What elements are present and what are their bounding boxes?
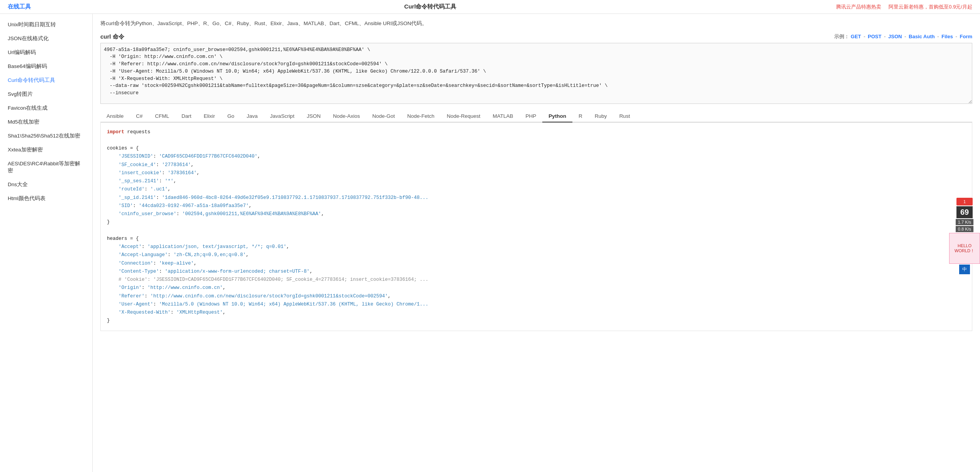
ad1[interactable]: 腾讯云产品特惠热卖 [836,4,881,10]
content-area: 将curl命令转为Python、JavaScript、PHP、R、Go、C#、R… [93,14,980,472]
widget-count: 69 [956,206,973,218]
page-title-topbar: Curl命令转代码工具 [404,3,456,10]
tab-cfml[interactable]: CFML [149,110,176,122]
example-basic-auth[interactable]: Basic Auth [909,34,934,39]
main-layout: Unix时间戳日期互转 JSON在线格式化 Url编码解码 Base64编码解码… [0,14,980,472]
tab-matlab[interactable]: MATLAB [487,110,520,122]
sidebar-item-base64[interactable]: Base64编码解码 [0,59,92,73]
widget-speed1-val: 1.7 [958,220,964,224]
sidebar-item-unix[interactable]: Unix时间戳日期互转 [0,18,92,32]
tab-csharp[interactable]: C# [130,110,149,122]
tab-go[interactable]: Go [221,110,240,122]
example-json[interactable]: JSON [888,34,902,39]
tab-java[interactable]: Java [240,110,264,122]
widget-ime-label: 中 [962,267,967,272]
widget-image: HELLO WORLD！ [949,233,980,264]
widget-speed1: 1.7 K/s [956,219,973,225]
tab-python[interactable]: Python [542,110,572,122]
curl-label: curl 命令 [100,33,124,41]
example-post[interactable]: POST [868,34,881,39]
ads: 腾讯云产品特惠热卖 阿里云新老特惠，首购低至0.9元/月起 [830,3,972,10]
tab-ansible[interactable]: Ansible [100,110,130,122]
widget-speed2-unit: K/s [965,227,971,231]
example-label: 示例： [834,34,849,39]
tab-elixir[interactable]: Elixir [198,110,221,122]
sidebar-item-md5[interactable]: Md5在线加密 [0,115,92,129]
top-bar: 在线工具 Curl命令转代码工具 腾讯云产品特惠热卖 阿里云新老特惠，首购低至0… [0,0,980,14]
sidebar-item-dns[interactable]: Dns大全 [0,178,92,192]
widget-speed2: 0.8 K/s [956,226,973,232]
tab-r[interactable]: R [572,110,589,122]
sidebar-item-curl[interactable]: Curl命令转代码工具 [0,73,92,87]
sidebar-item-aes[interactable]: AES\DES\RC4\Rabbit等加密解密 [0,157,92,178]
widget-badge-num: 1 [963,199,966,204]
language-tabs: Ansible C# CFML Dart Elixir Go Java Java… [100,110,972,122]
tab-php[interactable]: PHP [520,110,543,122]
widget-badge: 1 [956,198,973,205]
tab-javascript[interactable]: JavaScript [264,110,301,122]
widget-speed1-unit: K/s [965,220,971,224]
ad2[interactable]: 阿里云新老特惠，首购低至0.9元/月起 [889,4,972,10]
sidebar-item-sha[interactable]: Sha1\Sha256\Sha512在线加密 [0,129,92,143]
example-files[interactable]: Files [941,34,953,39]
tab-dart[interactable]: Dart [175,110,198,122]
site-title[interactable]: 在线工具 [8,3,31,10]
widget-ime[interactable]: 中 [959,265,970,274]
sidebar-item-xxtea[interactable]: Xxtea加密解密 [0,143,92,157]
code-output: import requests cookies = { 'JSESSIONID'… [100,122,972,331]
sidebar-item-html-color[interactable]: Html颜色代码表 [0,192,92,205]
curl-input[interactable]: 4967-a51a-18a09faa35e7; cninfo_user_brow… [100,43,972,104]
example-form[interactable]: Form [960,34,973,39]
tab-ruby[interactable]: Ruby [589,110,613,122]
tab-rust[interactable]: Rust [613,110,636,122]
tab-node-axios[interactable]: Node-Axios [327,110,366,122]
sidebar-item-url[interactable]: Url编码解码 [0,46,92,59]
right-widget: 1 69 1.7 K/s 0.8 K/s HELLO WORLD！ 中 [949,198,980,274]
widget-img-label: HELLO WORLD！ [950,243,980,254]
widget-speed2-val: 0.8 [958,227,964,231]
tab-json[interactable]: JSON [301,110,327,122]
tab-node-got[interactable]: Node-Got [366,110,401,122]
sidebar: Unix时间戳日期互转 JSON在线格式化 Url编码解码 Base64编码解码… [0,14,93,472]
description: 将curl命令转为Python、JavaScript、PHP、R、Go、C#、R… [100,19,972,28]
tab-node-request[interactable]: Node-Request [441,110,487,122]
sidebar-item-favicon[interactable]: Favicon在线生成 [0,101,92,115]
example-get[interactable]: GET [851,34,861,39]
tab-node-fetch[interactable]: Node-Fetch [401,110,441,122]
example-links: 示例： GET - POST - JSON - Basic Auth - Fil… [834,33,972,40]
curl-section-label: curl 命令 示例： GET - POST - JSON - Basic Au… [100,33,972,41]
sidebar-item-json[interactable]: JSON在线格式化 [0,32,92,46]
sidebar-item-svg[interactable]: Svg转图片 [0,87,92,101]
